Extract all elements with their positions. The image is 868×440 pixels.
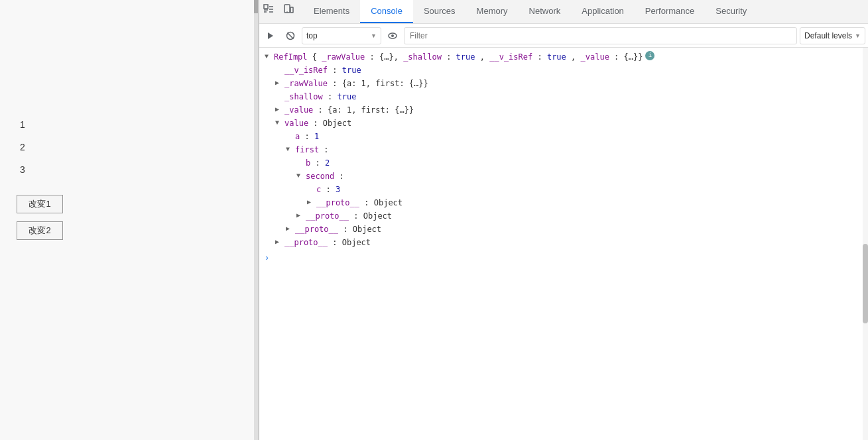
context-selector[interactable]: top ▼	[302, 27, 381, 44]
tab-performance[interactable]: Performance	[635, 0, 705, 23]
svg-rect-2	[290, 7, 293, 13]
svg-line-6	[288, 32, 294, 38]
prompt-chevron[interactable]: ›	[265, 252, 269, 264]
tab-console[interactable]: Console	[360, 0, 413, 23]
default-levels-selector[interactable]: Default levels ▼	[800, 27, 865, 44]
console-line-13: ▶ __proto__ : Object	[259, 209, 868, 223]
tab-network[interactable]: Network	[519, 0, 572, 23]
page-scrollbar[interactable]	[254, 0, 258, 440]
eye-icon[interactable]	[384, 27, 401, 44]
console-line-6: ▼ value : Object	[259, 117, 868, 130]
console-line-2: ▶ __v_isRef : true	[259, 64, 868, 77]
context-chevron: ▼	[371, 32, 377, 39]
expand-icon-3[interactable]: ▶	[275, 78, 283, 89]
page-buttons: 改変1 改変2	[17, 195, 245, 240]
tab-sources[interactable]: Sources	[413, 0, 466, 23]
expand-icon-10[interactable]: ▼	[296, 170, 304, 182]
console-line-5: ▶ _value : {a: 1, first: {…}}	[259, 103, 868, 117]
console-line-12: ▶ __proto__ : Object	[259, 196, 868, 209]
svg-point-3	[286, 11, 288, 13]
console-line-3: ▶ _rawValue : {a: 1, first: {…}}	[259, 77, 868, 90]
console-scrollbar[interactable]	[863, 48, 868, 440]
svg-point-8	[391, 34, 394, 37]
svg-rect-0	[264, 5, 268, 9]
block-icon[interactable]	[282, 27, 299, 44]
expand-icon-6[interactable]: ▼	[275, 117, 283, 129]
console-toolbar: top ▼ Default levels ▼	[259, 24, 868, 48]
page-scrollbar-thumb[interactable]	[254, 0, 258, 13]
expand-icon-13[interactable]: ▶	[296, 210, 304, 222]
levels-chevron: ▼	[855, 32, 861, 39]
expand-icon-1[interactable]: ▼	[265, 51, 273, 63]
info-icon[interactable]: i	[645, 51, 654, 60]
console-scrollbar-thumb[interactable]	[863, 244, 868, 323]
console-line-7: ▶ a : 1	[259, 130, 868, 143]
page-number-1: 1	[20, 119, 245, 130]
expand-icon-15[interactable]: ▶	[275, 237, 283, 248]
devtools-panel: Elements Console Sources Memory Network …	[259, 0, 868, 440]
console-line-9: ▶ b : 2	[259, 156, 868, 170]
svg-marker-4	[268, 32, 273, 39]
page-numbers: 1 2 3	[20, 119, 245, 175]
console-line-8: ▼ first :	[259, 143, 868, 156]
tab-elements[interactable]: Elements	[303, 0, 360, 23]
console-line-1: ▼ RefImpl { _rawValue : {…}, _shallow : …	[259, 50, 868, 64]
console-line-11: ▶ c : 3	[259, 183, 868, 196]
expand-icon-14[interactable]: ▶	[286, 223, 294, 235]
filter-input[interactable]	[404, 27, 797, 44]
change-button-1[interactable]: 改変1	[17, 195, 63, 213]
tab-memory[interactable]: Memory	[466, 0, 519, 23]
expand-icon-8[interactable]: ▼	[286, 144, 294, 156]
tab-application[interactable]: Application	[571, 0, 635, 23]
console-prompt-line: ›	[259, 252, 868, 265]
expand-icon-12[interactable]: ▶	[307, 197, 315, 209]
console-line-4: ▶ _shallow : true	[259, 90, 868, 103]
page-number-2: 2	[20, 142, 245, 152]
devtools-tab-bar: Elements Console Sources Memory Network …	[259, 0, 868, 24]
console-line-14: ▶ __proto__ : Object	[259, 223, 868, 236]
change-button-2[interactable]: 改変2	[17, 221, 63, 240]
expand-icon-5[interactable]: ▶	[275, 104, 283, 116]
device-icon[interactable]	[279, 0, 298, 19]
page-number-3: 3	[20, 164, 245, 175]
console-line-10: ▼ second :	[259, 170, 868, 183]
tab-security[interactable]: Security	[705, 0, 757, 23]
console-output: ▼ RefImpl { _rawValue : {…}, _shallow : …	[259, 48, 868, 440]
webpage-area: 1 2 3 改変1 改変2	[0, 0, 259, 440]
console-line-15: ▶ __proto__ : Object	[259, 236, 868, 249]
execute-icon[interactable]	[262, 27, 279, 44]
inspector-icon[interactable]	[259, 0, 278, 19]
